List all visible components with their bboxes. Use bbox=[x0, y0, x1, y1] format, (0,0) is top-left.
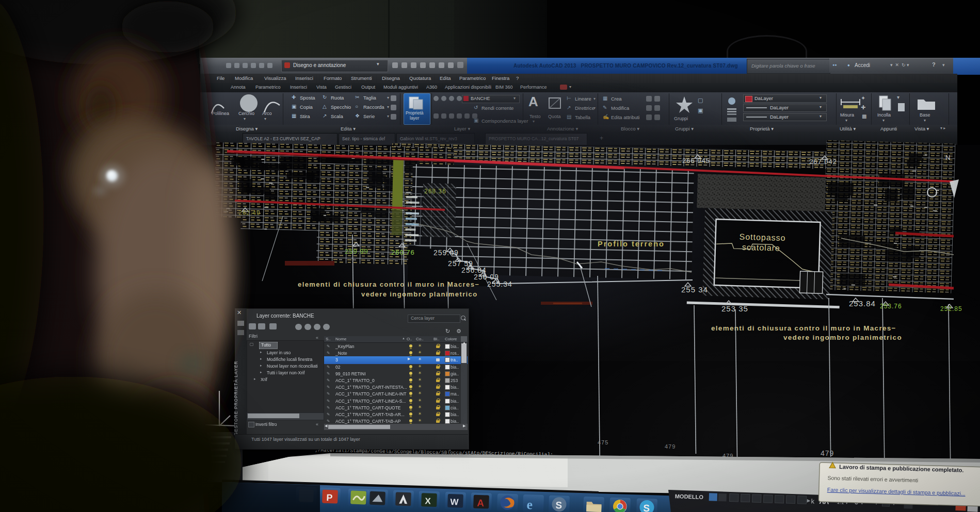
svg-text:268.36: 268.36 bbox=[424, 188, 446, 195]
svg-text:A: A bbox=[477, 498, 485, 508]
svg-text:MODELLO: MODELLO bbox=[675, 493, 704, 500]
svg-text:P: P bbox=[326, 492, 333, 503]
svg-text:266 945: 266 945 bbox=[682, 157, 710, 164]
svg-text:Profilo terreno: Profilo terreno bbox=[598, 240, 665, 248]
svg-text:vedere ingombro planimetrico: vedere ingombro planimetrico bbox=[783, 334, 902, 341]
svg-text:W: W bbox=[450, 497, 459, 507]
svg-text:k: k bbox=[811, 498, 814, 505]
svg-text:elementi di chiusura contro il: elementi di chiusura contro il muro in M… bbox=[298, 280, 479, 288]
svg-text:479: 479 bbox=[665, 443, 676, 450]
svg-text:253.84: 253.84 bbox=[849, 299, 876, 308]
svg-text:X: X bbox=[425, 496, 431, 506]
svg-text:N: N bbox=[945, 154, 950, 161]
svg-text:253.76: 253.76 bbox=[880, 303, 902, 310]
svg-text:259.99: 259.99 bbox=[345, 247, 368, 255]
svg-text:e: e bbox=[526, 497, 533, 512]
svg-text:255.34: 255.34 bbox=[487, 280, 512, 288]
svg-text:259.09: 259.09 bbox=[433, 249, 459, 257]
svg-text:vedere ingombro planimetrico: vedere ingombro planimetrico bbox=[361, 290, 478, 298]
svg-text:260.76: 260.76 bbox=[391, 249, 415, 256]
svg-text:475: 475 bbox=[598, 439, 608, 445]
svg-text:253 35: 253 35 bbox=[721, 304, 748, 313]
svg-text:255 34: 255 34 bbox=[681, 285, 708, 294]
svg-text:S: S bbox=[643, 503, 650, 512]
svg-text:479: 479 bbox=[821, 449, 834, 457]
svg-text:elementi di chiusura contro il: elementi di chiusura contro il muro in M… bbox=[711, 324, 896, 332]
svg-text:267 042: 267 042 bbox=[809, 158, 837, 166]
svg-text:252.85: 252.85 bbox=[940, 305, 962, 312]
svg-text:Sottopasso: Sottopasso bbox=[739, 232, 786, 242]
svg-text:S: S bbox=[555, 500, 562, 510]
